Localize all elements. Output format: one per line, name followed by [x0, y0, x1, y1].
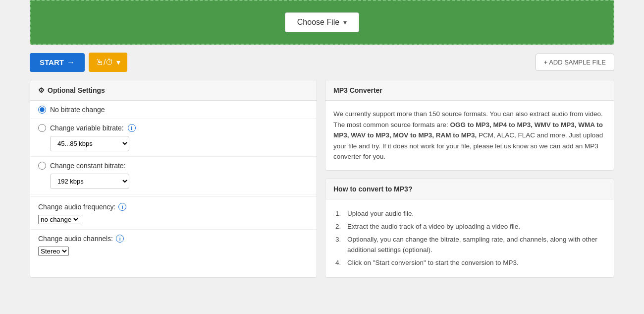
mp3-converter-header: MP3 Converter	[325, 80, 614, 101]
audio-frequency-select[interactable]: no change 8000 Hz 11025 Hz 16000 Hz 2205…	[38, 215, 80, 224]
audio-frequency-section: Change audio frequency: i no change 8000…	[30, 196, 317, 230]
mp3-converter-title: MP3 Converter	[333, 86, 382, 94]
choose-file-label: Choose File	[297, 18, 339, 27]
audio-channels-label: Change audio channels:	[38, 235, 113, 243]
audio-frequency-label: Change audio frequency:	[38, 203, 115, 211]
mp3-converter-card: MP3 Converter We currently support more …	[325, 80, 614, 171]
mp3-converter-description: We currently support more than 150 sourc…	[333, 109, 606, 162]
list-item: 4.Click on "Start conversion" to start t…	[335, 256, 606, 269]
add-sample-label: + ADD SAMPLE FILE	[544, 59, 606, 66]
choose-file-button[interactable]: Choose File ▾	[285, 12, 359, 32]
start-label: START	[40, 58, 64, 66]
right-panel: MP3 Converter We currently support more …	[325, 80, 614, 278]
options-button[interactable]: 🖯/⏱ ▾	[89, 53, 127, 72]
toolbar-right: + ADD SAMPLE FILE	[536, 54, 614, 71]
radio-variable-bitrate-text: Change variable bitrate:	[50, 124, 124, 132]
settings-panel: Optional Settings No bitrate change Chan…	[30, 80, 317, 278]
how-to-body: 1.Upload your audio file. 2.Extract the …	[325, 199, 614, 277]
start-arrow: →	[67, 58, 75, 67]
variable-bitrate-select[interactable]: 45...85 kbps 65...85 kbps 85...110 kbps …	[50, 136, 129, 151]
audio-channels-select-row: Stereo Mono	[38, 247, 309, 256]
start-button[interactable]: START →	[30, 53, 85, 72]
toolbar: START → 🖯/⏱ ▾ + ADD SAMPLE FILE	[0, 45, 644, 80]
list-item: 2.Extract the audio track of a video by …	[335, 220, 606, 233]
radio-no-bitrate-text: No bitrate change	[50, 106, 105, 114]
audio-channels-label-row: Change audio channels: i	[38, 235, 309, 243]
radio-no-bitrate-input[interactable]	[38, 106, 46, 114]
constant-bitrate-select[interactable]: 32 kbps 40 kbps 48 kbps 56 kbps 64 kbps …	[50, 174, 129, 189]
audio-channels-section: Change audio channels: i Stereo Mono	[30, 230, 317, 261]
radio-no-bitrate: No bitrate change	[30, 101, 317, 119]
radio-variable-bitrate: Change variable bitrate: i 45...85 kbps …	[30, 119, 317, 157]
radio-constant-bitrate: Change constant bitrate: 32 kbps 40 kbps…	[30, 157, 317, 194]
radio-constant-bitrate-label[interactable]: Change constant bitrate:	[38, 162, 309, 170]
constant-bitrate-select-row: 32 kbps 40 kbps 48 kbps 56 kbps 64 kbps …	[50, 174, 309, 189]
options-chevron: ▾	[116, 58, 120, 67]
choose-file-chevron: ▾	[343, 18, 347, 26]
how-to-card: How to convert to MP3? 1.Upload your aud…	[325, 179, 614, 278]
audio-frequency-label-row: Change audio frequency: i	[38, 203, 309, 211]
variable-bitrate-select-row: 45...85 kbps 65...85 kbps 85...110 kbps …	[50, 136, 309, 151]
how-to-title: How to convert to MP3?	[333, 185, 412, 193]
mp3-converter-body: We currently support more than 150 sourc…	[325, 101, 614, 170]
list-item: 3.Optionally, you can change the bitrate…	[335, 233, 606, 256]
radio-variable-bitrate-input[interactable]	[38, 124, 46, 132]
gear-icon	[38, 86, 45, 94]
how-to-list: 1.Upload your audio file. 2.Extract the …	[333, 207, 606, 269]
radio-variable-bitrate-label[interactable]: Change variable bitrate: i	[38, 124, 309, 132]
drop-zone[interactable]: Choose File ▾	[30, 0, 614, 45]
how-to-header: How to convert to MP3?	[325, 179, 614, 199]
toolbar-left: START → 🖯/⏱ ▾	[30, 53, 127, 72]
list-item: 1.Upload your audio file.	[335, 207, 606, 220]
main-content: Optional Settings No bitrate change Chan…	[0, 80, 644, 288]
radio-constant-bitrate-input[interactable]	[38, 162, 46, 170]
audio-channels-info-icon[interactable]: i	[116, 235, 124, 243]
options-icons: 🖯/⏱	[96, 58, 113, 67]
audio-channels-select[interactable]: Stereo Mono	[38, 247, 69, 256]
audio-frequency-info-icon[interactable]: i	[118, 203, 126, 211]
settings-panel-title: Optional Settings	[48, 86, 105, 94]
add-sample-button[interactable]: + ADD SAMPLE FILE	[536, 54, 614, 71]
settings-panel-header: Optional Settings	[30, 80, 317, 101]
variable-bitrate-info-icon[interactable]: i	[128, 124, 136, 132]
radio-constant-bitrate-text: Change constant bitrate:	[50, 162, 126, 170]
radio-no-bitrate-label[interactable]: No bitrate change	[38, 106, 309, 114]
audio-frequency-select-row: no change 8000 Hz 11025 Hz 16000 Hz 2205…	[38, 215, 309, 224]
